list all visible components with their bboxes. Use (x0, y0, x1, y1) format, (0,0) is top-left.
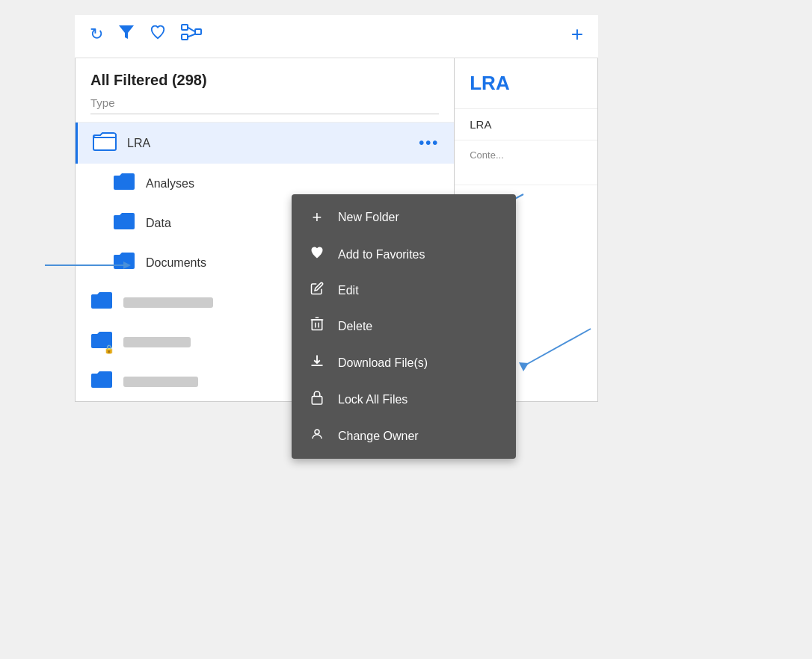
menu-item-change-owner[interactable]: Change Owner (292, 418, 516, 454)
folder-name-documents: Documents (146, 256, 206, 270)
favorites-icon[interactable] (150, 24, 166, 45)
svg-point-23 (315, 430, 319, 434)
menu-item-lock[interactable]: Lock All Files (292, 381, 516, 418)
svg-rect-22 (312, 397, 322, 405)
folder-icon-data (113, 211, 135, 235)
folder-icon-documents (113, 250, 135, 275)
menu-label-lock: Lock All Files (338, 393, 407, 406)
menu-label-delete: Delete (338, 320, 372, 333)
svg-rect-15 (312, 320, 322, 330)
menu-label-add-favorites: Add to Favorites (338, 248, 425, 262)
blurred-text-1 (123, 297, 213, 308)
folder-icon-analyses (113, 171, 135, 196)
refresh-icon[interactable]: ↻ (90, 25, 103, 44)
folder-more-menu[interactable]: ••• (419, 134, 439, 152)
toolbar: ↻ + (75, 15, 598, 58)
edit-icon (307, 282, 327, 299)
folder-item-lra[interactable]: LRA ••• (76, 123, 454, 164)
svg-rect-3 (195, 29, 201, 34)
context-menu: + New Folder Add to Favorites Edit (292, 194, 516, 459)
menu-item-edit[interactable]: Edit (292, 273, 516, 308)
svg-marker-0 (119, 25, 134, 39)
svg-rect-2 (182, 34, 188, 40)
menu-item-new-folder[interactable]: + New Folder (292, 199, 516, 236)
change-owner-icon (307, 427, 327, 445)
menu-item-add-favorites[interactable]: Add to Favorites (292, 236, 516, 273)
folder-icon-lra (93, 130, 117, 156)
lock-icon (307, 390, 327, 409)
right-panel-item: LRA (455, 109, 597, 140)
right-panel-extra: Conte... (455, 140, 597, 185)
menu-label-edit: Edit (338, 284, 359, 297)
svg-line-4 (188, 28, 195, 32)
filter-label: Type (90, 96, 439, 114)
new-folder-icon: + (307, 208, 327, 227)
folder-name-data: Data (146, 217, 171, 230)
add-button[interactable]: + (571, 22, 583, 46)
menu-item-delete[interactable]: Delete (292, 308, 516, 344)
folder-name-analyses: Analyses (146, 177, 194, 191)
hierarchy-icon[interactable] (181, 24, 202, 45)
svg-rect-1 (182, 25, 188, 30)
blurred-text-2 (123, 337, 191, 347)
menu-label-download: Download File(s) (338, 356, 428, 370)
filter-icon[interactable] (118, 24, 135, 45)
add-favorites-icon (307, 245, 327, 264)
right-panel-title: LRA (455, 58, 597, 109)
menu-item-download[interactable]: Download File(s) (292, 344, 516, 381)
panel-header: All Filtered (298) Type (76, 58, 454, 123)
menu-label-new-folder: New Folder (338, 211, 399, 224)
panel-title: All Filtered (298) (90, 72, 439, 89)
blurred-text-3 (123, 377, 198, 387)
svg-line-5 (188, 34, 195, 37)
folder-name-lra: LRA (127, 137, 419, 150)
download-icon (307, 353, 327, 372)
menu-label-change-owner: Change Owner (338, 430, 419, 443)
delete-icon (307, 317, 327, 335)
